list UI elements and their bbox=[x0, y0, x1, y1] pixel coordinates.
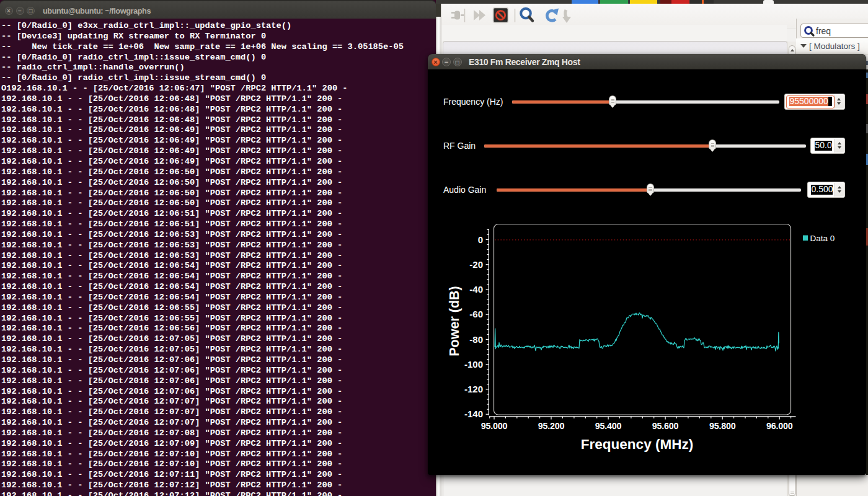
svg-text:95.600: 95.600 bbox=[652, 421, 679, 431]
svg-text:-120: -120 bbox=[464, 384, 483, 394]
svg-text:95.800: 95.800 bbox=[709, 421, 736, 431]
svg-text:96.000: 96.000 bbox=[766, 421, 793, 431]
svg-text:95.400: 95.400 bbox=[595, 421, 622, 431]
svg-text:Power (dB): Power (dB) bbox=[447, 286, 462, 356]
svg-text:-100: -100 bbox=[464, 359, 483, 370]
svg-text:95.200: 95.200 bbox=[538, 421, 565, 431]
svg-text:0: 0 bbox=[478, 234, 483, 245]
svg-text:-60: -60 bbox=[469, 309, 483, 319]
svg-text:-140: -140 bbox=[464, 409, 483, 419]
svg-text:Data 0: Data 0 bbox=[810, 234, 835, 243]
svg-text:95.000: 95.000 bbox=[481, 421, 508, 431]
svg-text:-80: -80 bbox=[469, 334, 483, 345]
svg-text:-20: -20 bbox=[469, 259, 483, 270]
svg-text:-40: -40 bbox=[469, 284, 483, 294]
svg-text:Frequency (MHz): Frequency (MHz) bbox=[581, 436, 693, 452]
